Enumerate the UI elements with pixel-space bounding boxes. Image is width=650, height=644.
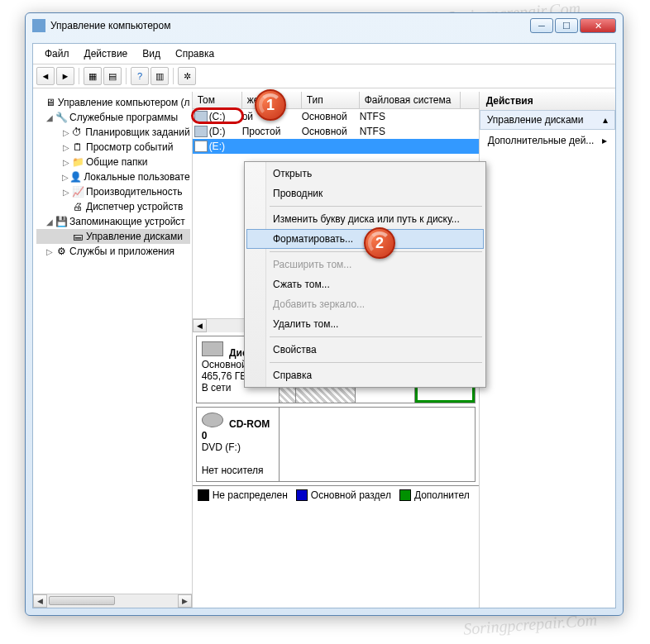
scroll-thumb[interactable] xyxy=(49,596,115,605)
ctx-mirror: Добавить зеркало... xyxy=(246,294,484,314)
volume-row-d[interactable]: (D:) Простой Основной NTFS xyxy=(193,124,479,139)
tool-1[interactable]: ▦ xyxy=(84,67,102,85)
vol-fs: NTFS xyxy=(360,111,389,122)
separator xyxy=(270,336,482,337)
vol-name: (D:) xyxy=(209,126,242,137)
tree-services-apps[interactable]: ▷⚙ Службы и приложения xyxy=(36,244,190,259)
separator xyxy=(270,206,482,207)
col-volume[interactable]: Том xyxy=(193,92,242,108)
ctx-open[interactable]: Открыть xyxy=(246,164,484,184)
fwd-button[interactable]: ► xyxy=(56,67,74,85)
help-button[interactable]: ? xyxy=(131,67,149,85)
tree-label: Диспетчер устройств xyxy=(86,201,183,212)
separator xyxy=(79,68,79,84)
volume-row-e[interactable]: (E:) xyxy=(193,139,479,154)
close-button[interactable] xyxy=(580,18,616,33)
tree-event-viewer[interactable]: ▷🗒 Просмотр событий xyxy=(36,140,190,155)
ctx-shrink[interactable]: Сжать том... xyxy=(246,274,484,294)
cd-rom[interactable]: CD-ROM 0 DVD (F:) Нет носителя xyxy=(196,407,476,482)
tree-label: Служебные программы xyxy=(69,112,178,123)
tree-label: Планировщик заданий xyxy=(85,126,189,138)
tree-label: Запоминающие устройст xyxy=(69,216,185,227)
tool-2[interactable]: ▤ xyxy=(103,67,122,85)
tree-local-users[interactable]: ▷👤 Локальные пользовате xyxy=(36,169,190,184)
separator xyxy=(126,68,127,84)
separator xyxy=(270,362,482,363)
col-fs[interactable]: Файловая система xyxy=(360,92,461,108)
menu-file[interactable]: Файл xyxy=(38,46,76,61)
tree-root[interactable]: 🖥 Управление компьютером (л xyxy=(36,95,190,110)
separator xyxy=(173,68,174,84)
minimize-button[interactable] xyxy=(530,18,553,33)
callout-badge-1: 1 xyxy=(255,89,286,121)
scroll-left[interactable]: ◀ xyxy=(33,594,47,608)
vol-type: Основной xyxy=(302,111,360,122)
tree-label: Службы и приложения xyxy=(69,246,174,257)
disk-icon xyxy=(202,341,223,356)
tree-device-manager[interactable]: 🖨 Диспетчер устройств xyxy=(36,199,190,214)
ctx-explore[interactable]: Проводник xyxy=(246,184,484,203)
actions-dm-label: Управление дисками xyxy=(487,114,584,126)
swatch-primary xyxy=(296,489,308,501)
swatch-unallocated xyxy=(198,489,209,501)
tree-performance[interactable]: ▷📈 Производительность xyxy=(36,184,190,199)
vol-type: Основной xyxy=(302,126,360,137)
cd-header: CD-ROM 0 DVD (F:) Нет носителя xyxy=(197,408,280,481)
nav-tree: 🖥 Управление компьютером (л ◢🔧 Служебные… xyxy=(33,92,193,608)
tree-scrollbar[interactable]: ◀ ▶ xyxy=(33,594,192,608)
menu-action[interactable]: Действие xyxy=(78,46,135,61)
toolbar: ◄ ► ▦ ▤ ? ▥ ✲ xyxy=(33,64,615,88)
vol-fs: NTFS xyxy=(360,126,389,137)
ctx-change-letter[interactable]: Изменить букву диска или путь к диску... xyxy=(246,209,484,229)
ctx-extend: Расширить том... xyxy=(246,255,484,274)
cd-empty: Нет носителя xyxy=(202,465,274,476)
tree-storage[interactable]: ◢💾 Запоминающие устройст xyxy=(36,214,190,229)
col-type[interactable]: Тип xyxy=(302,92,360,108)
cd-sub: DVD (F:) xyxy=(202,441,274,453)
scroll-left[interactable]: ◀ xyxy=(193,319,207,332)
tool-4[interactable]: ✲ xyxy=(178,67,196,85)
tree-shared-folders[interactable]: ▷📁 Общие папки xyxy=(36,155,190,169)
actions-dm[interactable]: Управление дисками ▴ xyxy=(480,110,615,130)
tree-label: Общие папки xyxy=(86,156,147,168)
actions-more-label: Дополнительные дей... xyxy=(488,135,595,146)
vol-layout: Простой xyxy=(242,126,302,137)
tree-system-tools[interactable]: ◢🔧 Служебные программы xyxy=(36,110,190,125)
back-button[interactable]: ◄ xyxy=(36,67,55,85)
scroll-track[interactable] xyxy=(47,594,178,608)
collapse-icon: ▴ xyxy=(603,114,608,126)
scroll-right[interactable]: ▶ xyxy=(178,594,192,608)
legend-unallocated: Не распределен xyxy=(213,489,288,501)
tree-disk-management[interactable]: 🖴 Управление дисками xyxy=(36,229,190,244)
menu-view[interactable]: Вид xyxy=(136,46,167,61)
tree-label: Производительность xyxy=(86,186,182,198)
drive-icon xyxy=(194,141,208,152)
cd-empty-area xyxy=(280,408,475,481)
context-menu: Открыть Проводник Изменить букву диска и… xyxy=(244,161,486,388)
chevron-right-icon: ▸ xyxy=(602,135,607,146)
actions-header: Действия xyxy=(480,92,615,111)
callout-badge-2: 2 xyxy=(364,227,395,259)
ctx-properties[interactable]: Свойства xyxy=(246,340,484,360)
menubar: Файл Действие Вид Справка xyxy=(33,44,615,64)
tree-label: Просмотр событий xyxy=(86,141,173,153)
actions-more[interactable]: Дополнительные дей... ▸ xyxy=(480,130,615,151)
titlebar[interactable]: Управление компьютером xyxy=(26,13,623,38)
app-icon xyxy=(32,19,45,32)
menu-help[interactable]: Справка xyxy=(169,46,221,61)
window-title: Управление компьютером xyxy=(50,20,530,31)
legend-primary: Основной раздел xyxy=(311,489,391,501)
ctx-help[interactable]: Справка xyxy=(246,365,484,385)
tree-label: Управление дисками xyxy=(86,231,183,242)
volume-list-header: Том жение Тип Файловая система xyxy=(193,92,479,109)
tree-task-scheduler[interactable]: ▷⏱ Планировщик заданий xyxy=(36,125,190,140)
ctx-delete[interactable]: Удалить том... xyxy=(246,314,484,334)
drive-icon xyxy=(194,126,208,137)
tree-label: Управление компьютером (л xyxy=(58,97,190,108)
legend-extended: Дополнител xyxy=(414,489,470,501)
maximize-button[interactable] xyxy=(555,18,578,33)
tool-3[interactable]: ▥ xyxy=(151,67,169,85)
actions-pane: Действия Управление дисками ▴ Дополнител… xyxy=(480,92,615,608)
cd-icon xyxy=(202,413,223,427)
tree-label: Локальные пользовате xyxy=(84,171,189,183)
